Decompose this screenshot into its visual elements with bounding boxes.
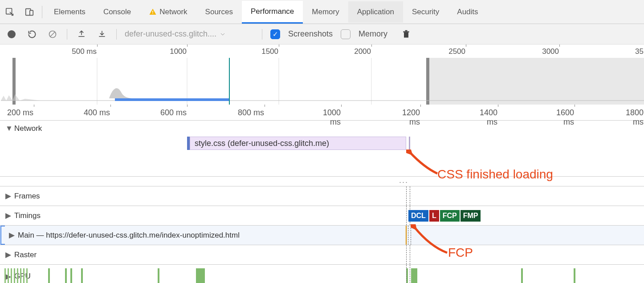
- chevron-right-icon: ▶: [5, 250, 12, 259]
- track-timings[interactable]: ▶ Timings DCL L FCP FMP: [0, 206, 644, 226]
- track-main[interactable]: ▶ Main — https://defer-unused-css.glitch…: [0, 226, 644, 245]
- badge-load[interactable]: L: [429, 210, 439, 222]
- overview-ruler: 500 ms 1000 ms 1500 ms 2000 ms 2500 ms 3…: [0, 44, 644, 58]
- devtools-tabs: Elements Console Network Sources Perform…: [0, 0, 644, 24]
- separator: [42, 6, 42, 18]
- overview-body[interactable]: [0, 58, 644, 105]
- timing-badges: DCL L FCP FMP: [408, 206, 481, 225]
- track-label: Raster: [14, 251, 37, 259]
- overview-cpu-hump: [109, 86, 134, 98]
- recording-selector[interactable]: defer-unused-css.glitch....: [125, 29, 254, 39]
- track-label: Main — https://defer-unused-css.glitch.m…: [18, 231, 240, 240]
- svg-rect-8: [404, 32, 408, 37]
- save-profile-button[interactable]: [96, 28, 108, 40]
- chevron-right-icon: ▶: [5, 191, 12, 201]
- overview-timeline[interactable]: 500 ms 1000 ms 1500 ms 2000 ms 2500 ms 3…: [0, 44, 644, 105]
- record-button[interactable]: [5, 28, 18, 40]
- flame-chart-tracks: ▼ Network style.css (defer-unused-css.gl…: [0, 121, 644, 283]
- separator: [67, 29, 67, 40]
- performance-toolbar: defer-unused-css.glitch.... ✓ Screenshot…: [0, 24, 644, 44]
- track-label: Timings: [14, 211, 41, 220]
- memory-checkbox[interactable]: [341, 29, 351, 39]
- track-frames[interactable]: ▶ Frames: [0, 186, 644, 206]
- warning-icon: [149, 8, 157, 16]
- collapsed-tracks-indicator[interactable]: ...: [0, 177, 644, 186]
- network-request-tail: [409, 137, 410, 150]
- screenshots-label: Screenshots: [288, 29, 333, 39]
- main-bracket: [0, 226, 5, 245]
- tab-network[interactable]: Network: [140, 1, 196, 23]
- chevron-right-icon: ▶: [9, 230, 15, 240]
- chevron-down-icon: ▼: [5, 124, 12, 133]
- tab-performance[interactable]: Performance: [242, 1, 303, 24]
- gpu-activity: [0, 265, 644, 283]
- tab-application[interactable]: Application: [348, 1, 403, 23]
- svg-rect-9: [403, 31, 409, 32]
- overview-first-paint-marker: [229, 58, 230, 105]
- svg-rect-4: [153, 13, 154, 14]
- separator: [262, 29, 262, 40]
- svg-rect-6: [78, 36, 84, 37]
- tab-sources[interactable]: Sources: [196, 1, 242, 23]
- load-profile-button[interactable]: [75, 28, 88, 40]
- garbage-collect-button[interactable]: [400, 28, 412, 40]
- network-request-stylecss[interactable]: style.css (defer-unused-css.glitch.me): [190, 137, 406, 150]
- track-label: Frames: [14, 192, 40, 201]
- badge-fmp[interactable]: FMP: [461, 210, 481, 222]
- badge-fcp[interactable]: FCP: [440, 210, 460, 222]
- svg-rect-3: [153, 11, 154, 13]
- tab-security[interactable]: Security: [403, 1, 448, 23]
- chevron-right-icon: ▶: [5, 211, 12, 220]
- track-label: Network: [14, 124, 42, 133]
- separator: [116, 29, 117, 40]
- badge-dcl[interactable]: DCL: [408, 210, 428, 222]
- svg-rect-2: [30, 10, 33, 15]
- device-mode-icon[interactable]: [20, 2, 39, 22]
- memory-label: Memory: [359, 29, 387, 39]
- clear-button[interactable]: [46, 28, 59, 40]
- overview-network-bar: [115, 98, 229, 101]
- tab-memory[interactable]: Memory: [303, 1, 348, 23]
- reload-button[interactable]: [26, 28, 38, 40]
- svg-rect-7: [99, 36, 105, 37]
- tab-elements[interactable]: Elements: [45, 1, 94, 23]
- inspect-icon[interactable]: [0, 2, 20, 22]
- track-network[interactable]: ▼ Network style.css (defer-unused-css.gl…: [0, 121, 644, 177]
- overview-fps-squiggle: [0, 58, 644, 105]
- track-gpu[interactable]: ▶ GPU: [0, 265, 644, 283]
- detail-ruler[interactable]: 200 ms 400 ms 600 ms 800 ms 1000 ms 1200…: [0, 105, 644, 121]
- tab-audits[interactable]: Audits: [448, 1, 487, 23]
- svg-rect-10: [405, 30, 408, 31]
- chevron-down-icon: [220, 32, 225, 37]
- tab-console[interactable]: Console: [94, 1, 140, 23]
- screenshots-checkbox[interactable]: ✓: [270, 29, 280, 39]
- track-raster[interactable]: ▶ Raster: [0, 245, 644, 265]
